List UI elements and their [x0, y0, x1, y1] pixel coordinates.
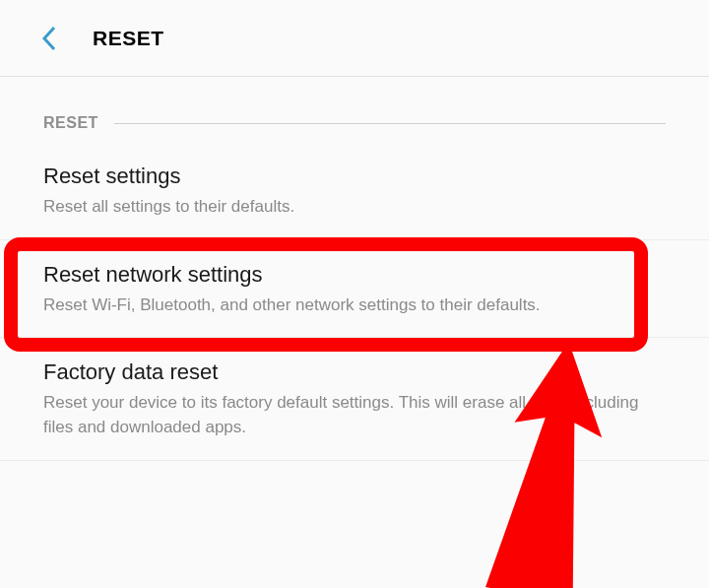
app-header: RESET: [0, 0, 709, 77]
section-divider: [114, 123, 666, 124]
page-title: RESET: [93, 27, 164, 50]
list-item-title: Factory data reset: [43, 359, 666, 385]
reset-network-settings-item[interactable]: Reset network settings Reset Wi-Fi, Blue…: [0, 240, 709, 339]
list-item-desc: Reset Wi-Fi, Bluetooth, and other networ…: [43, 294, 666, 318]
section-label: RESET: [43, 114, 98, 132]
factory-data-reset-item[interactable]: Factory data reset Reset your device to …: [0, 338, 709, 460]
reset-options-list: Reset settings Reset all settings to the…: [0, 142, 709, 461]
list-item-desc: Reset all settings to their defaults.: [43, 195, 666, 220]
list-item-title: Reset network settings: [43, 262, 666, 288]
list-item-desc: Reset your device to its factory default…: [43, 391, 666, 439]
back-arrow-icon: [40, 25, 58, 52]
list-item-title: Reset settings: [43, 163, 666, 189]
reset-settings-item[interactable]: Reset settings Reset all settings to the…: [0, 142, 709, 240]
back-button[interactable]: [30, 19, 69, 58]
section-header: RESET: [0, 77, 709, 142]
